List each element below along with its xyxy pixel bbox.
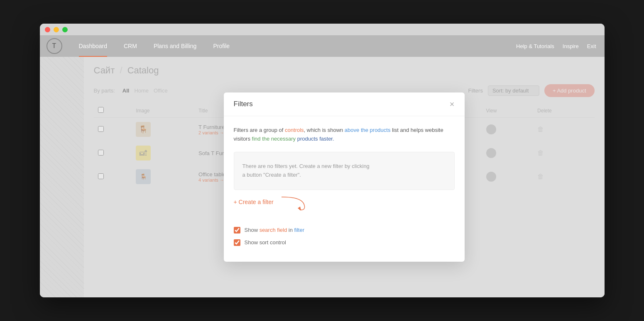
checkbox-row-sort: Show sort control — [234, 239, 455, 246]
nav-right: Help & Tutorials Inspire Exit — [516, 43, 596, 49]
nav-plans[interactable]: Plans and Billing — [145, 35, 205, 57]
modal-close-button[interactable]: × — [450, 100, 455, 108]
content-area: Сайт / Catalog By parts: All Home Office… — [84, 57, 605, 297]
nav-exit[interactable]: Exit — [587, 43, 596, 49]
svg-marker-0 — [298, 207, 301, 211]
filter-description: Filters are a group of controls, which i… — [234, 126, 455, 143]
show-sort-checkbox[interactable] — [234, 239, 240, 246]
minimize-button[interactable] — [54, 27, 59, 32]
nav-inspire[interactable]: Inspire — [563, 43, 579, 49]
nav-profile[interactable]: Profile — [205, 35, 238, 57]
logo: T — [47, 38, 62, 54]
show-sort-label: Show sort control — [245, 239, 286, 246]
titlebar — [40, 24, 605, 35]
modal-body: Filters are a group of controls, which i… — [224, 116, 465, 261]
main-content: Сайт / Catalog By parts: All Home Office… — [40, 57, 605, 297]
empty-filters-box: There are no filters yet. Create a new f… — [234, 152, 455, 190]
top-nav: T Dashboard CRM Plans and Billing Profil… — [40, 35, 605, 57]
filters-modal: Filters × Filters are a group of control… — [224, 92, 465, 261]
close-button[interactable] — [45, 27, 50, 32]
maximize-button[interactable] — [62, 27, 68, 32]
nav-crm[interactable]: CRM — [115, 35, 145, 57]
modal-overlay: Filters × Filters are a group of control… — [84, 57, 605, 297]
nav-links: Dashboard CRM Plans and Billing Profile — [71, 35, 517, 57]
show-search-checkbox[interactable] — [234, 227, 240, 233]
modal-header: Filters × — [224, 92, 465, 116]
create-filter-link[interactable]: + Create a filter — [234, 199, 274, 205]
show-search-label: Show search field in filter — [245, 227, 305, 233]
app-window: T Dashboard CRM Plans and Billing Profil… — [40, 24, 605, 297]
nav-dashboard[interactable]: Dashboard — [71, 35, 116, 57]
checkbox-row-search: Show search field in filter — [234, 227, 455, 233]
nav-help[interactable]: Help & Tutorials — [516, 43, 554, 49]
modal-title: Filters — [234, 100, 253, 108]
sidebar — [40, 57, 84, 297]
arrow-decoration — [279, 195, 309, 212]
